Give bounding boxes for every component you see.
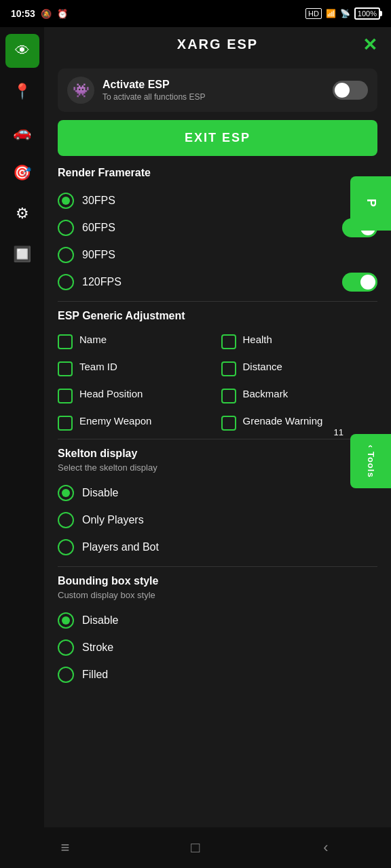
car-icon: 🚗 bbox=[13, 123, 31, 141]
checkbox-head-position[interactable]: Head Position bbox=[58, 384, 215, 406]
fps-90-radio[interactable] bbox=[58, 247, 74, 263]
skelton-players-option[interactable]: Only Players bbox=[58, 507, 377, 534]
checkbox-head-position-box[interactable] bbox=[58, 389, 73, 403]
checkbox-head-position-label: Head Position bbox=[79, 387, 143, 401]
back-icon: ‹ bbox=[323, 839, 328, 856]
checkbox-backmark[interactable]: Backmark bbox=[221, 384, 378, 406]
checkbox-health[interactable]: Health bbox=[221, 330, 378, 352]
checkbox-health-box[interactable] bbox=[221, 334, 236, 349]
checkbox-grenade-warning-label: Grenade Warning bbox=[243, 414, 323, 428]
checkbox-enemy-weapon[interactable]: Enemy Weapon bbox=[58, 412, 215, 433]
fps-120-toggle[interactable] bbox=[342, 273, 377, 292]
activate-title: Activate ESP bbox=[103, 79, 324, 91]
fps-30-label: 30FPS bbox=[82, 195, 115, 207]
fps-30-radio[interactable] bbox=[58, 193, 74, 209]
bounding-title: Bounding box style bbox=[58, 575, 377, 587]
checkbox-name-box[interactable] bbox=[58, 334, 73, 349]
activate-text: Activate ESP To activate all functions E… bbox=[103, 79, 324, 102]
checkbox-distance-label: Distance bbox=[243, 360, 282, 374]
settings-icon: ⚙ bbox=[16, 205, 29, 222]
close-button[interactable]: ✕ bbox=[362, 34, 377, 55]
floating-right-top-button[interactable]: P bbox=[350, 176, 391, 231]
divider-1 bbox=[58, 301, 377, 302]
floating-top-label: P bbox=[364, 199, 378, 208]
fps-120-radio[interactable] bbox=[58, 274, 74, 290]
bbox-stroke-radio[interactable] bbox=[58, 639, 74, 656]
checkbox-health-label: Health bbox=[243, 333, 272, 347]
nav-menu-button[interactable]: ≡ bbox=[45, 834, 86, 861]
fps-30-option[interactable]: 30FPS bbox=[58, 187, 377, 214]
sidebar: 👁 📍 🚗 🎯 ⚙ 🔲 bbox=[0, 27, 44, 827]
sidebar-item-car[interactable]: 🚗 bbox=[5, 115, 39, 149]
fps-60-radio[interactable] bbox=[58, 220, 74, 236]
checkbox-name[interactable]: Name bbox=[58, 330, 215, 352]
exit-esp-button[interactable]: EXIT ESP bbox=[58, 120, 377, 156]
skelton-disable-option[interactable]: Disable bbox=[58, 479, 377, 507]
main-content: XARG ESP ✕ 👾 Activate ESP To activate al… bbox=[44, 27, 391, 827]
activate-subtitle: To activate all functions ESP bbox=[103, 92, 324, 102]
checkbox-backmark-box[interactable] bbox=[221, 389, 236, 403]
nav-back-button[interactable]: ‹ bbox=[305, 834, 346, 861]
bbox-disable-label: Disable bbox=[82, 614, 118, 627]
skelton-subtitle: Select the skelton display bbox=[58, 462, 377, 473]
battery-icon: 100% bbox=[354, 7, 380, 20]
sidebar-item-settings[interactable]: ⚙ bbox=[5, 197, 39, 231]
checkbox-enemy-weapon-box[interactable] bbox=[58, 416, 73, 431]
bbox-disable-radio[interactable] bbox=[58, 612, 74, 629]
skelton-players-radio[interactable] bbox=[58, 512, 74, 528]
toggle-knob bbox=[335, 83, 350, 98]
header-title: XARG ESP bbox=[177, 37, 258, 52]
floating-bottom-label: ‹ Tools bbox=[366, 445, 376, 478]
bbox-filled-option[interactable]: Filled bbox=[58, 661, 377, 688]
skelton-playersbot-option[interactable]: Players and Bot bbox=[58, 534, 377, 561]
bbox-disable-option[interactable]: Disable bbox=[58, 607, 377, 634]
bbox-filled-radio[interactable] bbox=[58, 667, 74, 683]
alarm-icon: ⏰ bbox=[57, 9, 68, 19]
checkbox-distance-box[interactable] bbox=[221, 361, 236, 376]
checkbox-grenade-warning-box[interactable] bbox=[221, 416, 236, 431]
bbox-stroke-option[interactable]: Stroke bbox=[58, 634, 377, 661]
bbox-filled-label: Filled bbox=[82, 669, 108, 681]
fps-90-label: 90FPS bbox=[82, 249, 115, 261]
time: 10:53 bbox=[11, 8, 35, 19]
skelton-playersbot-label: Players and Bot bbox=[82, 541, 159, 553]
floating-right-bottom-button[interactable]: ‹ Tools bbox=[350, 434, 391, 488]
sidebar-item-target[interactable]: 🎯 bbox=[5, 156, 39, 190]
skelton-disable-radio[interactable] bbox=[58, 485, 74, 501]
checkbox-backmark-label: Backmark bbox=[243, 387, 288, 401]
divider-3 bbox=[58, 566, 377, 567]
checkbox-teamid[interactable]: Team ID bbox=[58, 357, 215, 379]
activate-toggle[interactable] bbox=[333, 81, 368, 100]
esp-logo-icon: 👾 bbox=[73, 82, 90, 98]
fps-120-label: 120FPS bbox=[82, 276, 122, 288]
status-bar: 10:53 🔕 ⏰ HD 📶 📡 100% bbox=[0, 0, 391, 27]
skelton-playersbot-radio[interactable] bbox=[58, 539, 74, 555]
sidebar-item-location[interactable]: 📍 bbox=[5, 75, 39, 108]
fps-60-option[interactable]: 60FPS bbox=[58, 214, 377, 241]
fps-90-option[interactable]: 90FPS bbox=[58, 241, 377, 269]
status-right: HD 📶 📡 100% bbox=[305, 7, 380, 20]
activate-esp-icon: 👾 bbox=[67, 77, 94, 104]
checkbox-teamid-box[interactable] bbox=[58, 361, 73, 376]
bounding-subtitle: Custom display box style bbox=[58, 590, 377, 600]
esp-generic-grid: Name Health Team ID Distance Head Positi… bbox=[58, 330, 377, 433]
checkbox-distance[interactable]: Distance bbox=[221, 357, 378, 379]
nav-home-button[interactable]: □ bbox=[175, 834, 216, 861]
skelton-disable-label: Disable bbox=[82, 487, 118, 499]
sidebar-item-chip[interactable]: 🔲 bbox=[5, 237, 39, 271]
wifi-icon: 📡 bbox=[340, 9, 350, 18]
chip-icon: 🔲 bbox=[13, 245, 31, 263]
status-left: 10:53 🔕 ⏰ bbox=[11, 8, 68, 19]
skelton-players-label: Only Players bbox=[82, 514, 144, 526]
fps-120-option[interactable]: 120FPS bbox=[58, 269, 377, 296]
render-framerate-title: Render Framerate bbox=[58, 167, 377, 179]
checkbox-teamid-label: Team ID bbox=[79, 360, 117, 374]
divider-2 bbox=[58, 439, 377, 439]
fps-120-toggle-knob bbox=[360, 275, 375, 290]
content-area: 👾 Activate ESP To activate all functions… bbox=[44, 62, 391, 695]
fps-60-label: 60FPS bbox=[82, 222, 115, 234]
esp-generic-title: ESP Generic Adjustment bbox=[58, 310, 377, 322]
checkbox-grenade-warning[interactable]: Grenade Warning bbox=[221, 412, 378, 433]
sidebar-item-eye[interactable]: 👁 bbox=[5, 34, 39, 68]
hamburger-icon: ≡ bbox=[61, 839, 70, 856]
